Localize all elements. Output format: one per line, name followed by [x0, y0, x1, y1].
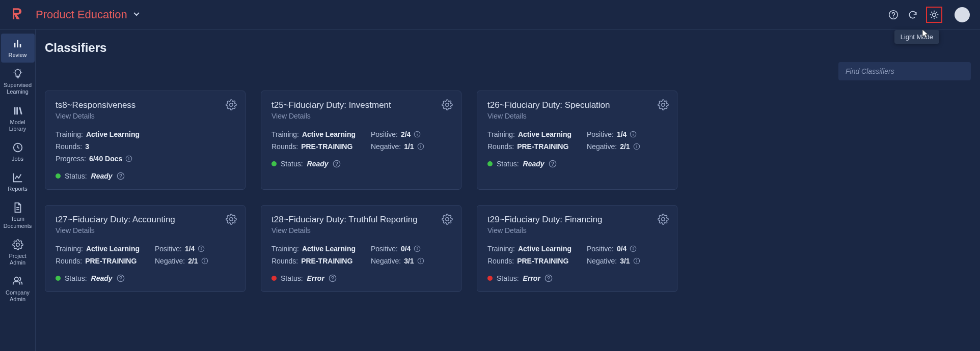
training-line: Training: Active Learning	[271, 130, 356, 138]
info-icon[interactable]	[633, 257, 640, 265]
negative-line: Negative: 3/1	[371, 257, 424, 265]
avatar[interactable]	[955, 7, 970, 22]
help-icon[interactable]	[549, 160, 557, 168]
clock-icon	[12, 141, 24, 154]
status-dot-icon	[487, 276, 493, 281]
gear-icon[interactable]	[442, 99, 453, 110]
sidebar-item-project-admin[interactable]: Project Admin	[1, 235, 35, 270]
gear-icon[interactable]	[442, 214, 453, 225]
sync-icon[interactable]	[907, 9, 919, 21]
sidebar-item-label: Team Documents	[2, 216, 34, 229]
sidebar-item-label: Reports	[8, 186, 28, 192]
training-line: Training: Active Learning	[56, 245, 140, 253]
sidebar-item-jobs[interactable]: Jobs	[1, 137, 35, 166]
search-input[interactable]	[838, 62, 971, 80]
classifier-card: ts8~Responsiveness View Details Training…	[45, 91, 246, 190]
classifier-card: t26~Fiduciary Duty: Speculation View Det…	[477, 91, 677, 190]
gear-icon	[12, 239, 24, 251]
view-details-link[interactable]: View Details	[56, 112, 95, 120]
info-icon[interactable]	[417, 257, 424, 265]
classifier-card: t29~Fiduciary Duty: Financing View Detai…	[477, 205, 677, 292]
users-icon	[12, 275, 24, 287]
view-details-link[interactable]: View Details	[487, 112, 527, 120]
card-title: t25~Fiduciary Duty: Investment	[271, 100, 451, 110]
view-details-link[interactable]: View Details	[271, 112, 311, 120]
negative-line: Negative: 1/1	[371, 142, 424, 151]
training-line: Training: Active Learning	[56, 130, 140, 138]
rounds-line: Rounds: PRE-TRAINING	[271, 257, 356, 265]
topbar: Product Education Light Mode	[0, 0, 980, 30]
classifier-grid: ts8~Responsiveness View Details Training…	[45, 91, 971, 292]
sidebar-item-label: Supervised Learning	[2, 82, 34, 95]
help-icon[interactable]	[887, 9, 900, 21]
info-icon[interactable]	[414, 245, 421, 252]
app-logo[interactable]	[13, 7, 28, 22]
rounds-line: Rounds: PRE-TRAINING	[56, 257, 140, 265]
info-icon[interactable]	[198, 245, 205, 252]
rounds-line: Rounds: 3	[56, 142, 140, 151]
lightbulb-icon	[12, 68, 24, 80]
info-icon[interactable]	[125, 155, 132, 162]
classifier-card: t25~Fiduciary Duty: Investment View Deta…	[261, 91, 461, 190]
gear-icon[interactable]	[658, 99, 669, 110]
main: Classifiers ts8~Responsiveness View Deta…	[36, 30, 980, 351]
info-icon[interactable]	[630, 245, 637, 252]
positive-line: Positive: 1/4	[155, 245, 208, 253]
sidebar-item-label: Company Admin	[2, 289, 34, 303]
card-title: ts8~Responsiveness	[56, 100, 235, 110]
light-mode-icon[interactable]	[926, 7, 942, 23]
sidebar-item-team-documents[interactable]: Team Documents	[1, 197, 35, 233]
page-title: Classifiers	[45, 41, 971, 55]
rounds-line: Rounds: PRE-TRAINING	[487, 257, 571, 265]
status-row: Status: Ready	[487, 160, 667, 168]
sidebar-item-reports[interactable]: Reports	[1, 167, 35, 196]
sidebar-item-supervised-learning[interactable]: Supervised Learning	[1, 64, 35, 99]
bar-chart-icon	[12, 38, 24, 50]
sidebar-item-label: Project Admin	[2, 253, 34, 266]
sidebar-item-label: Model Library	[2, 119, 34, 132]
info-icon[interactable]	[633, 143, 640, 150]
chevron-down-icon[interactable]	[132, 10, 141, 20]
training-line: Training: Active Learning	[487, 245, 571, 253]
positive-line: Positive: 0/4	[587, 245, 640, 253]
view-details-link[interactable]: View Details	[56, 226, 95, 235]
info-icon[interactable]	[414, 131, 421, 138]
help-icon[interactable]	[545, 274, 553, 282]
card-title: t29~Fiduciary Duty: Financing	[487, 215, 667, 225]
line-chart-icon	[12, 171, 24, 184]
sidebar-item-review[interactable]: Review	[1, 34, 35, 63]
positive-line: Positive: 1/4	[587, 130, 640, 138]
sidebar: Review Supervised Learning Model Library…	[0, 30, 36, 351]
sidebar-item-label: Review	[8, 52, 26, 58]
progress-line: Progress: 6/40 Docs	[56, 155, 140, 163]
info-icon[interactable]	[417, 143, 424, 150]
negative-line: Negative: 2/1	[155, 257, 208, 265]
status-dot-icon	[56, 173, 61, 179]
help-icon[interactable]	[333, 160, 341, 168]
status-row: Status: Error	[271, 274, 451, 282]
training-line: Training: Active Learning	[487, 130, 571, 138]
info-icon[interactable]	[630, 131, 637, 138]
help-icon[interactable]	[117, 274, 125, 282]
card-title: t27~Fiduciary Duty: Accounting	[56, 215, 235, 225]
svg-line-13	[936, 12, 937, 13]
sidebar-item-company-admin[interactable]: Company Admin	[1, 271, 35, 307]
sidebar-item-model-library[interactable]: Model Library	[1, 101, 35, 136]
help-icon[interactable]	[329, 274, 337, 282]
info-icon[interactable]	[201, 257, 208, 265]
card-title: t26~Fiduciary Duty: Speculation	[487, 100, 667, 110]
gear-icon[interactable]	[226, 99, 237, 110]
negative-line: Negative: 2/1	[587, 142, 640, 151]
training-line: Training: Active Learning	[271, 245, 356, 253]
gear-icon[interactable]	[658, 214, 669, 225]
app-title[interactable]: Product Education	[36, 8, 127, 21]
rounds-line: Rounds: PRE-TRAINING	[487, 142, 571, 151]
view-details-link[interactable]: View Details	[271, 226, 311, 235]
svg-point-5	[933, 13, 936, 16]
status-row: Status: Ready	[56, 172, 235, 180]
help-icon[interactable]	[117, 172, 125, 180]
gear-icon[interactable]	[226, 214, 237, 225]
view-details-link[interactable]: View Details	[487, 226, 527, 235]
classifier-card: t27~Fiduciary Duty: Accounting View Deta…	[45, 205, 246, 292]
positive-line: Positive: 2/4	[371, 130, 424, 138]
